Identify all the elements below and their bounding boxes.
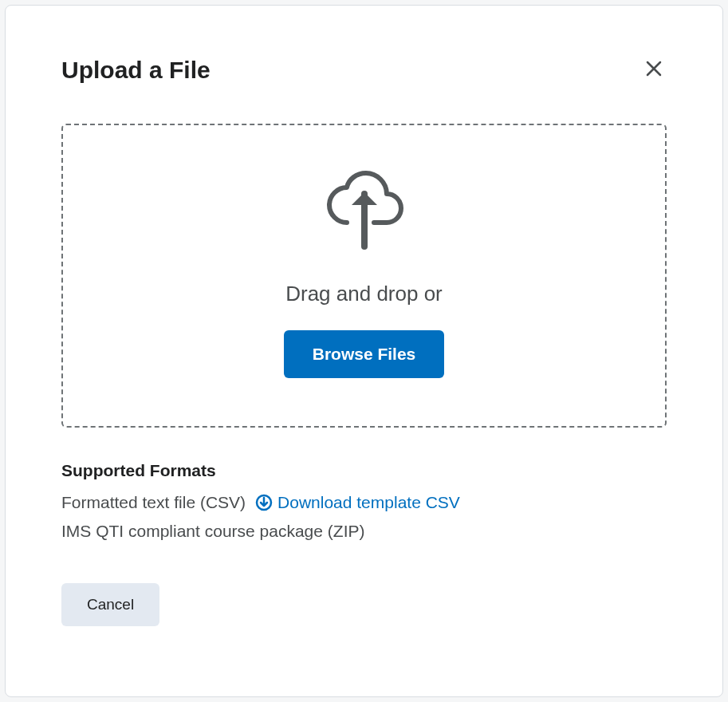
upload-icon-wrapper: [79, 164, 649, 259]
download-template-link[interactable]: Download template CSV: [255, 488, 460, 517]
download-template-label: Download template CSV: [277, 488, 460, 517]
format-csv-label: Formatted text file (CSV): [61, 488, 246, 517]
browse-files-button[interactable]: Browse Files: [284, 330, 445, 378]
cancel-button[interactable]: Cancel: [61, 583, 159, 626]
modal-title: Upload a File: [61, 57, 211, 84]
close-button[interactable]: [641, 55, 667, 85]
modal-header: Upload a File: [61, 55, 667, 85]
close-icon: [644, 59, 663, 78]
supported-formats-section: Supported Formats Formatted text file (C…: [61, 461, 667, 545]
download-icon: [255, 494, 273, 511]
drag-drop-text: Drag and drop or: [79, 282, 649, 306]
format-csv-line: Formatted text file (CSV) Download templ…: [61, 488, 667, 517]
file-dropzone[interactable]: Drag and drop or Browse Files: [61, 124, 667, 428]
upload-file-dialog: Upload a File Drag and drop or Browse Fi…: [5, 5, 723, 697]
format-zip-label: IMS QTI compliant course package (ZIP): [61, 517, 364, 546]
supported-formats-heading: Supported Formats: [61, 461, 667, 480]
format-zip-line: IMS QTI compliant course package (ZIP): [61, 517, 667, 546]
cloud-upload-icon: [317, 164, 412, 259]
